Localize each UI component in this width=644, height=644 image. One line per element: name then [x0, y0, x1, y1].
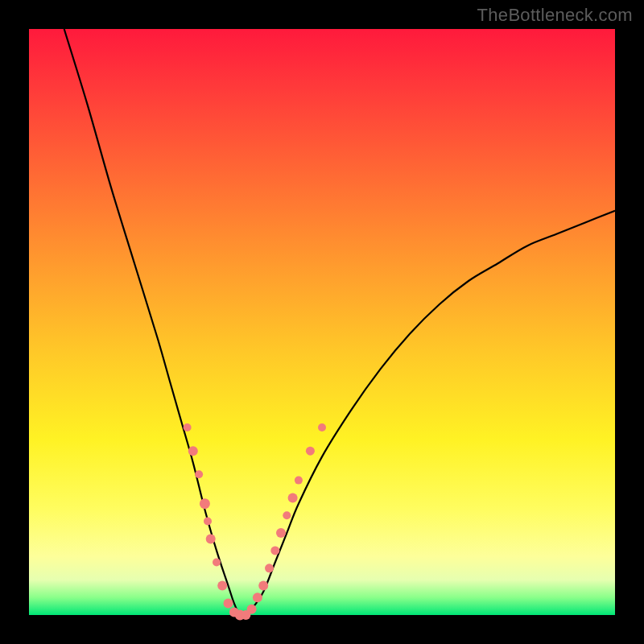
watermark-text: TheBottleneck.com	[477, 5, 633, 26]
marker-dot	[265, 564, 274, 572]
marker-dot	[306, 447, 315, 456]
marker-dot	[195, 470, 203, 478]
chart-svg	[29, 29, 615, 615]
marker-dot	[276, 528, 286, 538]
marker-dot	[188, 446, 198, 456]
marker-dot	[247, 605, 257, 614]
marker-dot	[184, 423, 192, 431]
marker-dot	[206, 534, 216, 543]
marker-dot	[283, 511, 291, 519]
marker-dot	[295, 477, 303, 485]
marker-group	[184, 423, 326, 621]
marker-dot	[217, 581, 227, 591]
marker-dot	[224, 598, 233, 608]
marker-dot	[258, 581, 268, 591]
marker-dot	[213, 559, 221, 567]
marker-dot	[204, 518, 212, 526]
bottleneck-curve	[64, 29, 615, 616]
marker-dot	[288, 493, 298, 502]
marker-dot	[200, 498, 210, 509]
marker-dot	[253, 592, 262, 602]
marker-dot	[270, 546, 279, 555]
marker-dot	[318, 423, 326, 431]
